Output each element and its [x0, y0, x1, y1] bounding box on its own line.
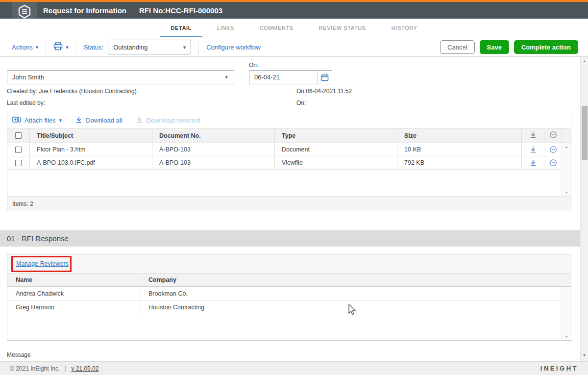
attach-files-label: Attach files [24, 117, 56, 124]
download-all-label: Download all [86, 117, 122, 124]
attachments-panel: Attach files ▾ Download all [7, 112, 571, 211]
minus-circle-icon [549, 131, 557, 140]
assignee-value: John Smith [7, 74, 225, 81]
scroll-down-icon[interactable]: ▼ [565, 335, 568, 338]
row-checkbox-cell [7, 143, 30, 156]
column-title-subject[interactable]: Title/Subject [30, 128, 152, 143]
column-type[interactable]: Type [275, 128, 397, 143]
table-row[interactable]: Andrea Chadwick Brookman Co. [7, 287, 571, 300]
attachments-scrollbar[interactable]: ▲ ▼ [562, 143, 571, 196]
tab-detail[interactable]: DETAIL [160, 19, 203, 37]
cell-name: Greg Harrison [7, 300, 140, 314]
column-remove [544, 128, 562, 143]
row-remove-button[interactable] [544, 143, 562, 156]
reviewers-panel: Manage Reviewers Name Company Andrea Cha… [7, 254, 571, 341]
status-label: Status: [84, 44, 103, 51]
tab-history[interactable]: HISTORY [381, 19, 428, 37]
cell-name: Andrea Chadwick [7, 287, 140, 300]
column-document-no[interactable]: Document No. [152, 128, 275, 143]
page-title: Request for Information [43, 6, 126, 15]
column-name[interactable]: Name [7, 274, 140, 286]
scroll-down-icon[interactable]: ▼ [565, 191, 568, 194]
row-checkbox[interactable] [15, 160, 22, 166]
attachments-header-row: Title/Subject Document No. Type Size [7, 128, 571, 143]
on-date-label: On: [249, 62, 258, 69]
column-company[interactable]: Company [140, 274, 571, 286]
header-checkbox-cell [7, 128, 30, 143]
assignee-dropdown[interactable]: John Smith ▾ [7, 70, 234, 84]
attachments-toolbar: Attach files ▾ Download all [7, 112, 571, 128]
toolbar-left-group: Actions ▾ ▾ Status: Outstanding [0, 40, 261, 54]
scroll-up-icon[interactable]: ▲ [583, 59, 586, 63]
status-group: Status: [84, 44, 103, 51]
reviewers-rows-area: Andrea Chadwick Brookman Co. Greg Harris… [7, 287, 571, 340]
chevron-down-icon: ▾ [36, 45, 39, 50]
download-selected-button[interactable]: Download selected [136, 116, 200, 125]
rfi-detail-screen: Request for Information RFI No:HCC-RFI-0… [0, 0, 588, 375]
items-count-bar: Items: 2 [7, 196, 571, 211]
row-download-button[interactable] [522, 156, 544, 169]
printer-icon [53, 42, 63, 52]
reviewers-header-row: Name Company [7, 274, 571, 287]
configure-workflow-label: Configure workflow [206, 44, 261, 51]
tab-bar: DETAIL LINKS COMMENTS REVIEW STATUS HIST… [0, 19, 588, 37]
chevron-down-icon: ▾ [66, 45, 69, 50]
mouse-cursor [348, 304, 357, 318]
status-dropdown[interactable]: Outstanding ▾ [108, 40, 191, 54]
rfi-number: RFI No:HCC-RFI-000003 [139, 6, 222, 15]
reviewers-scrollbar[interactable]: ▼ [562, 287, 571, 340]
print-menu-button[interactable]: ▾ [53, 42, 69, 52]
actions-menu-button[interactable]: Actions ▾ [12, 44, 38, 51]
scroll-up-icon[interactable]: ▲ [565, 145, 568, 149]
date-input[interactable]: 06-04-21 [249, 70, 332, 84]
chevron-down-icon: ▾ [59, 118, 62, 123]
detail-content: On: John Smith ▾ 06-04-21 Created by: Jo… [0, 57, 580, 361]
row-checkbox[interactable] [15, 147, 22, 153]
cell-company: Brookman Co. [140, 287, 571, 300]
chevron-down-icon: ▾ [225, 75, 228, 80]
attachments-rows-area: Floor Plan - 3.htm A-BPO-103 Document 10… [7, 143, 571, 196]
items-count: Items: 2 [12, 200, 33, 207]
cell-doc-no: A-BPO-103 [152, 156, 275, 169]
toolbar-separator [46, 40, 46, 54]
select-all-checkbox[interactable] [15, 132, 22, 139]
rfi-response-section-header: 01 - RFI Response [0, 230, 580, 247]
cell-size: 792 KB [397, 156, 522, 169]
ineight-wordmark: INEIGHT [540, 365, 578, 372]
table-row[interactable]: A-BPO-103.0.IFC.pdf A-BPO-103 Viewfile 7… [7, 156, 571, 170]
cancel-button[interactable]: Cancel [440, 40, 474, 54]
scrollbar-thumb[interactable] [582, 106, 588, 160]
version-link[interactable]: v 21.05.02 [71, 365, 98, 372]
cell-doc-no: A-BPO-103 [152, 143, 275, 156]
column-download [522, 128, 544, 143]
table-row[interactable]: Floor Plan - 3.htm A-BPO-103 Document 10… [7, 143, 571, 156]
download-all-button[interactable]: Download all [75, 116, 122, 125]
cell-title: A-BPO-103.0.IFC.pdf [30, 156, 152, 169]
calendar-icon[interactable] [317, 71, 332, 84]
cell-title: Floor Plan - 3.htm [30, 143, 152, 156]
manage-reviewers-link[interactable]: Manage Reviewers [16, 260, 69, 267]
configure-workflow-link[interactable]: Configure workflow [206, 44, 261, 51]
toolbar-separator [198, 40, 199, 54]
attach-paperclip-icon [12, 116, 21, 125]
created-on-text: On:06-04-2021 11:52 [296, 88, 352, 95]
row-remove-button[interactable] [544, 156, 562, 169]
toolbar-separator [76, 40, 76, 54]
date-value: 06-04-21 [249, 74, 317, 81]
attach-files-button[interactable]: Attach files ▾ [12, 116, 62, 125]
tab-review-status[interactable]: REVIEW STATUS [308, 19, 377, 37]
cell-type: Document [275, 143, 397, 156]
complete-action-button[interactable]: Complete action [514, 40, 578, 54]
page-scrollbar[interactable]: ▲ ▼ [580, 57, 588, 361]
manage-reviewers-row: Manage Reviewers [7, 254, 571, 274]
scroll-down-icon[interactable]: ▼ [583, 353, 586, 357]
message-label: Message [7, 351, 31, 358]
tab-links[interactable]: LINKS [206, 19, 245, 37]
column-size[interactable]: Size [397, 128, 522, 143]
save-button[interactable]: Save [480, 40, 509, 54]
row-download-button[interactable] [522, 143, 544, 156]
tab-comments[interactable]: COMMENTS [249, 19, 304, 37]
download-icon [530, 131, 537, 140]
table-row[interactable]: Greg Harrison Houston Contracting [7, 300, 571, 314]
row-checkbox-cell [7, 156, 30, 169]
